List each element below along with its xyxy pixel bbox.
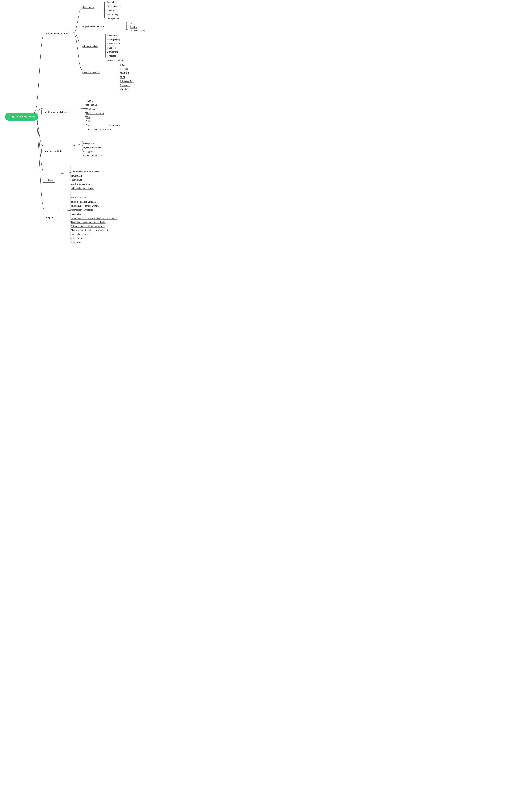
leaf-cbd: CBD [120,64,124,66]
leaf-tunnelblick: Macht einen Tunnelblick [71,209,93,211]
leaf-schussler: Schüssler Salz [120,80,134,82]
leaf-kinesologie: Kinesologie [107,55,118,57]
leaf-timeline: Timeline [130,26,137,28]
leaf-healingpeak: Healingpeak [82,150,94,153]
leaf-bachbluten: Bachblüten [120,84,130,87]
leaf-schulmedizin-label: Schulmedizin [82,6,94,8]
leaf-vergrossert: Vergrössert alles [71,197,86,199]
leaf-ganzheitlich: geschieht ganzheitlich [71,183,91,186]
center-label: Angst vor Krankheit [8,115,35,118]
leaf-homoopathie: Homöopathie [107,35,119,37]
leaf-unterversorgt: Unterversorgt mit Vitaminen [86,128,111,131]
mind-map: Angst vor Krankheit Behandlungsmethoden … [0,0,162,243]
leaf-vitaminen-b: Vitaminen [120,88,129,91]
leaf-stressphase: Stressphase [82,142,94,145]
box-aengste: Aengste [43,215,56,220]
box-behandlung: Behandlungsmethoden [43,31,71,36]
leaf-innere-balance: innere Balance [71,179,84,181]
leaf-operation: Operation [107,1,116,4]
box-krankheit-label: Krankheitsverläufe [44,150,62,152]
svg-line-58 [60,172,71,174]
box-entstehung-label: Entstehungsmöglichkeiten [44,111,70,113]
leaf-regen2: Regeneratinsphase 2 [82,154,102,157]
leaf-wasversthe: Was verstehe man unter Heilung [71,171,100,173]
leaf-heilmittel-label: natürliche Heilmittel [82,71,100,74]
leaf-medikamentos: Medikamentös [107,5,120,8]
leaf-ernahrung: einseitige Ernährung [86,112,104,115]
box-heilung-label: Heilung [45,179,53,181]
leaf-transplantation: Transplantation [107,17,121,20]
box-krankheit: Krankheitsverläufe [41,149,64,153]
leaf-ubersaurung2: Übersäurung [108,124,119,127]
leaf-parazelius: Parazelius [107,47,116,49]
svg-line-25 [106,45,106,46]
leaf-bioresonanz: Bioresonanz [107,51,118,53]
leaf-heilpilze: Heilpilze [120,68,128,71]
leaf-stress: Stress [86,124,91,127]
svg-line-74 [59,210,71,211]
leaf-basische: basische Ernährung [107,59,125,61]
leaf-chemo: Chemo [107,9,114,12]
leaf-mms: MMS/CDL [120,72,130,75]
leaf-preuss: Preuss Saftkur [107,43,120,45]
leaf-bestrahlung: Bestrahlung [107,13,118,16]
leaf-uberbewerten: überbewerten alle kleinen Unpässlichkeit… [71,229,110,232]
leaf-lahmt: lähmt alles [71,213,81,215]
leaf-msm: MSM [120,76,125,78]
leaf-bakterien: Bakterien [86,120,94,123]
leaf-phasen: hat verschiedene Phasen [71,187,94,190]
box-entstehung: Entstehungsmöglichkeiten [41,110,72,114]
leaf-ubersaurung: Uebersäurung [86,104,98,107]
svg-line-34 [118,70,118,74]
leaf-gedanken: Gedanken kreisen immer ums Gleiche [71,221,106,224]
leaf-blockiert: blockiert unser ganzes System [71,205,99,207]
leaf-depressiv: macht eher depressiv [71,233,91,236]
leaf-eft: EFT [130,22,134,25]
leaf-braucht-zeit: braucht Zeit [71,175,82,177]
leaf-trauma: Trauma [86,100,93,102]
leaf-5bio-label: 5 biologschen Naturgesetze [79,25,104,28]
leaf-vor-morgen: vor morgen [71,241,81,243]
leaf-vergiftung: Vergiftung [86,108,95,111]
leaf-steckt: steckt die ganze Familie an [71,201,96,203]
leaf-scham: Scham vom nicht Verstanden werden [71,225,104,228]
leaf-vorm-sterben: vorm Sterben [71,237,83,240]
box-heilung: Heilung [43,178,55,183]
leaf-konstruckt: ist ein Konstruckt, was sein könnte aber… [71,217,117,219]
box-aengste-label: Aengste [45,216,54,219]
center-node: Angst vor Krankheit [5,113,38,120]
leaf-energetic-coding: Energetic Coding [130,30,145,32]
leaf-viren: Viren [86,116,90,119]
svg-line-51 [73,144,83,146]
leaf-alternativ-label: Alternativmedizin [82,45,98,47]
leaf-regen1: Regenerationsphase 1 [82,146,103,149]
leaf-budwig: Budwig Prinzip [107,39,120,41]
box-behandlung-label: Behandlungsmethoden [45,32,68,35]
